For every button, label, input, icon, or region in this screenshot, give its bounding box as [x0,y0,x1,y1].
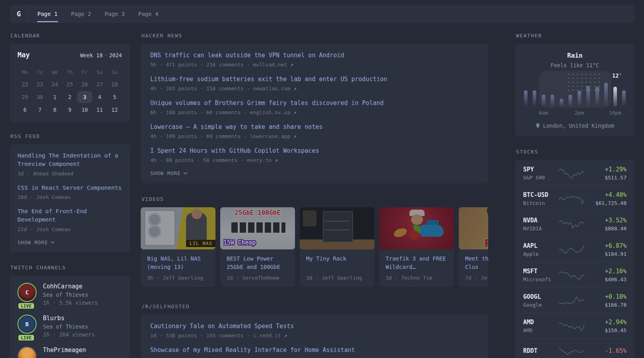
calendar-day: 11 [92,104,107,116]
show-more-label: SHOW MORE [150,170,181,176]
thumbnail-caption: LIL NAS [186,240,215,247]
avatar [17,346,37,358]
calendar-day: 4 [92,91,107,103]
chevron-down-icon [50,241,55,244]
video-thumbnail[interactable] [300,207,374,249]
stock-row[interactable]: AMDAMD +2.94%$150.45 [523,313,627,339]
video-card[interactable]: FAS Meet the new Linux Clus 7d · Jeff Ge… [459,207,488,287]
twitch-channel-row[interactable]: ThePrimeagen [17,346,122,358]
page-tabs: Page 1 Page 2 Page 3 Page 4 [31,5,165,23]
stock-row[interactable]: RDDT -1.65% [523,339,627,358]
reddit-item-title[interactable]: Cautionary Tale on Automated Speed Tests [150,322,479,331]
stock-name: Apple [523,251,555,257]
stock-name: Bitcoin [523,200,555,206]
hn-item-domain[interactable]: lowercase.app [250,133,290,139]
app-logo[interactable]: G [10,5,28,23]
hn-item: Lithium-free sodium batteries exit the l… [150,75,479,91]
tab-page-3[interactable]: Page 3 [98,5,132,23]
stock-name: AMD [523,327,555,333]
hn-item-title[interactable]: Lowercase – A simple way to take and sha… [150,123,479,131]
video-thumbnail[interactable]: 25GbE 100GbE 15W Cheap [220,207,295,249]
video-card[interactable]: 25GbE 100GbE 15W Cheap BEST Low Power 25… [220,207,295,287]
stock-row[interactable]: SPYS&P 500 +1.29%$511.57 [523,161,627,186]
stock-sparkline [559,192,584,206]
video-card[interactable]: LIL NAS Big NAS, Lil NAS (moving 13) 3h … [141,207,215,287]
avatar-image [17,346,37,358]
weather-bars [524,82,626,107]
stock-sparkline [559,319,584,333]
calendar-day: 25 [62,78,78,90]
twitch-channel-name[interactable]: CohhCarnage [43,283,98,290]
stock-sparkline [559,268,584,282]
hn-item-domain[interactable]: english.nv.ua [250,109,290,115]
hn-item-title[interactable]: I Spent 24 Hours with GitHub Copilot Wor… [150,146,479,155]
reddit-widget: Cautionary Tale on Automated Speed Tests… [141,315,488,358]
twitch-channel-name[interactable]: Blurbs [43,315,95,322]
rss-item-title[interactable]: CSS in React Server Components [17,184,122,192]
calendar-day: 8 [47,104,62,116]
live-badge: LIVE [18,303,34,309]
location-pin-icon [535,123,540,128]
reddit-item: Cautionary Tale on Automated Speed Tests… [150,322,479,339]
weekday-label: Mo [17,67,33,78]
reddit-item-title[interactable]: Showcase of my Mixed Reality Interface f… [150,346,479,354]
stock-row[interactable]: MSFTMicrosoft +2.16%$406.43 [523,263,627,288]
rss-item: Handling The Indentation of a Treeview C… [17,152,122,177]
twitch-channel-meta: 1h · 5.5k viewers [43,300,98,306]
video-thumbnail[interactable] [379,207,454,249]
hn-item-title[interactable]: DNS traffic can leak outside the VPN tun… [150,51,479,60]
calendar-day: 27 [92,78,107,90]
stock-sparkline [559,344,584,358]
divider [28,5,28,23]
stock-price: $406.43 [588,276,627,282]
video-title[interactable]: Big NAS, Lil NAS (moving 13) [147,255,209,271]
twitch-channel-name[interactable]: ThePrimeagen [43,346,86,354]
video-title[interactable]: Traefik 3 and FREE Wildcard… [386,255,448,271]
video-title[interactable]: My Tiny Rack [306,255,368,271]
reddit-item-domain[interactable]: i.redd.it [253,333,281,339]
twitch-channel-row[interactable]: C LIVE CohhCarnage Sea of Thieves 1h · 5… [17,283,122,306]
hn-item-title[interactable]: Lithium-free sodium batteries exit the l… [150,75,479,84]
rss-item: The End of Front-End Development 22d · J… [17,207,122,232]
stock-price: $150.45 [588,327,627,333]
rss-show-more-button[interactable]: SHOW MORE [17,239,122,245]
hacker-news-section-label: HACKER NEWS [142,33,488,39]
video-card[interactable]: My Tiny Rack 3d · Jeff Geerling [300,207,374,287]
stock-row[interactable]: GOOGLGoogle +0.10%$166.78 [523,288,627,313]
hn-meta-text: 5h · 471 points · 216 comments · [150,62,250,68]
hn-show-more-button[interactable]: SHOW MORE [150,170,479,176]
weather-section-label: WEATHER [516,33,634,39]
video-thumbnail[interactable]: FAS [459,207,488,249]
rss-item-title[interactable]: The End of Front-End Development [17,207,122,224]
tab-page-2[interactable]: Page 2 [64,5,98,23]
hn-item-title[interactable]: Unique volumes of Brothers Grimm fairy t… [150,99,479,107]
hn-item-domain[interactable]: mullvad.net [253,62,287,68]
tab-page-1[interactable]: Page 1 [31,5,64,23]
twitch-channels-widget: C LIVE CohhCarnage Sea of Thieves 1h · 5… [10,276,130,358]
stock-change: +0.10% [588,293,627,300]
video-card[interactable]: Traefik 3 and FREE Wildcard… 3d · Techno… [379,207,454,287]
video-thumbnail[interactable]: LIL NAS [141,207,215,249]
stock-row[interactable]: NVDANVIDIA +3.52%$888.40 [523,212,627,237]
video-meta: 1d · ServeTheHome [227,275,289,281]
hn-item: DNS traffic can leak outside the VPN tun… [150,51,479,68]
stock-symbol: MSFT [523,268,555,275]
twitch-channel-row[interactable]: B LIVE Blurbs Sea of Thieves 1h · 264 vi… [17,315,122,338]
rss-item-title[interactable]: Handling The Indentation of a Treeview C… [17,152,122,169]
weekday-label: Th [62,67,78,78]
tab-page-4[interactable]: Page 4 [132,5,165,23]
stock-change: +6.87% [588,242,627,249]
video-title[interactable]: Meet the new Linux Clus [465,255,488,271]
video-title[interactable]: BEST Low Power 25GbE and 100GbE Switch… [227,255,289,271]
stock-name: Google [523,302,555,308]
hn-item-domain[interactable]: every.to [247,157,272,163]
reddit-section-label: /R/SELFHOSTED [142,304,488,309]
hacker-news-widget: DNS traffic can leak outside the VPN tun… [141,44,488,183]
hn-item-domain[interactable]: newatlas.com [253,86,290,91]
stock-row[interactable]: BTC-USDBitcoin +4.40%$61,725.48 [523,186,627,212]
calendar-day: 23 [33,78,48,90]
weekday-label: Tu [33,67,48,78]
rss-item-meta: 18d · Josh Comeau [17,194,122,200]
stock-row[interactable]: AAPLApple +6.87%$184.91 [523,237,627,263]
avatar-image: C [17,283,37,302]
